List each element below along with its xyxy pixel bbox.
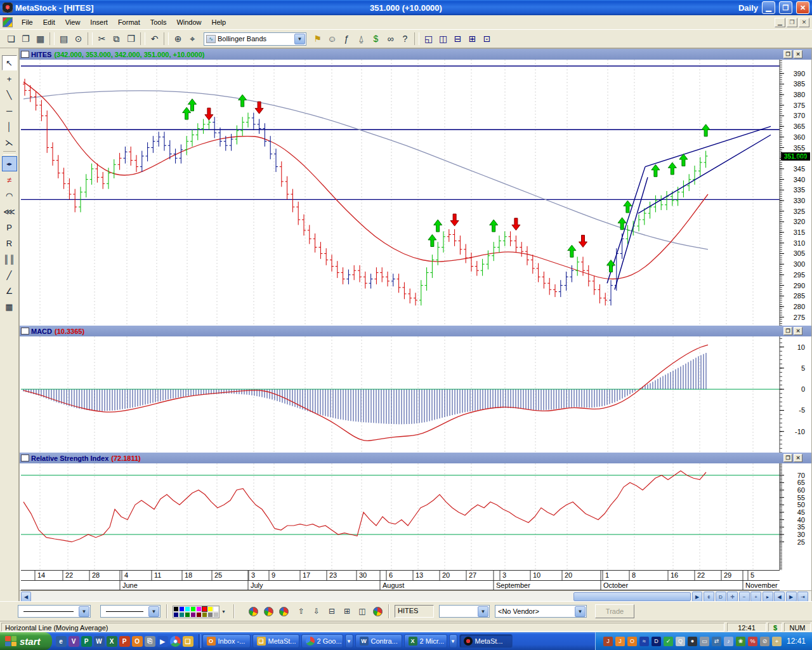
fibonacci-retracement-tool[interactable]: R xyxy=(2,235,17,251)
tray-meter-icon[interactable]: % xyxy=(748,637,757,646)
arrange-button[interactable]: ⊡ xyxy=(480,32,494,46)
refresh-button[interactable]: ¢ xyxy=(704,592,714,602)
zoom-out-button[interactable]: − xyxy=(739,592,750,602)
tile-grid-button[interactable]: ⊞ xyxy=(465,32,480,46)
interval-combo[interactable]: ▼ xyxy=(439,605,490,618)
tray-display-icon[interactable]: ▭ xyxy=(700,637,709,646)
task-group-arrow[interactable]: ▼ xyxy=(449,634,457,648)
publisher-quicklaunch-icon[interactable]: P xyxy=(81,636,92,647)
tray-blocked-icon[interactable]: ⊘ xyxy=(760,637,769,646)
explorer-button[interactable]: ⍙ xyxy=(354,32,369,46)
tray-outlook-icon[interactable]: O xyxy=(627,637,637,646)
start-button[interactable]: start xyxy=(0,632,52,650)
color-swatch-0[interactable] xyxy=(173,606,179,612)
semilog-trendline-tool[interactable]: ⋋ xyxy=(2,135,17,150)
tray-audio-icon[interactable]: ♪ xyxy=(724,637,733,646)
color-palette[interactable]: ▼ xyxy=(173,604,230,619)
color-swatch-7[interactable] xyxy=(213,606,219,612)
color-swatch-5[interactable] xyxy=(202,606,207,612)
rsi-pane-canvas[interactable]: 70656055504540353025 xyxy=(20,463,811,570)
cascade-windows-button[interactable]: ◱ xyxy=(421,32,436,46)
menu-file[interactable]: File xyxy=(16,17,38,28)
restore-button[interactable]: ❐ xyxy=(779,1,792,14)
symbol-field[interactable]: HITES xyxy=(395,605,434,618)
scroll-left-button[interactable]: ◀ xyxy=(21,592,31,602)
trade-button[interactable]: Trade xyxy=(595,604,634,618)
pane-restore-button[interactable]: ❐ xyxy=(783,50,792,58)
zoom-in-button[interactable]: + xyxy=(750,592,761,602)
vendor-combo[interactable]: <No Vendor> ▼ xyxy=(495,605,587,618)
price-pane-canvas[interactable]: 3903853803753703653603553503453403353303… xyxy=(20,60,811,326)
fibonacci-fan-tool[interactable]: ⋘ xyxy=(2,204,17,219)
trendline-by-angle-tool[interactable]: ╱ xyxy=(2,267,17,282)
task-google[interactable]: 2 Goo... xyxy=(301,634,343,648)
print-preview-button[interactable]: ⊙ xyxy=(71,32,86,46)
price-pane-title-bar[interactable]: HITES (342.000, 353.000, 342.000, 351.00… xyxy=(20,49,811,60)
close-button[interactable]: ✕ xyxy=(796,1,809,14)
tray-dcp-icon[interactable]: D xyxy=(652,637,661,646)
gann-fan-tool[interactable]: ∠ xyxy=(2,283,17,298)
menu-help[interactable]: Help xyxy=(207,17,232,28)
macd-pane-canvas[interactable]: 1050-5-10 xyxy=(20,336,811,453)
line-weight-combo[interactable]: ▼ xyxy=(100,605,160,618)
chart-horizontal-scrollbar[interactable]: ◀ ▶ ¢D✛−+▸◀▶⇥ xyxy=(20,590,811,602)
prev-chart-button[interactable]: ◀ xyxy=(774,592,785,602)
vertical-line-tool[interactable]: │ xyxy=(2,119,17,134)
open-button[interactable]: ❐ xyxy=(18,32,33,46)
printer-quicklaunch-icon[interactable]: ⎘ xyxy=(145,636,155,647)
fibonacci-timezones-tool[interactable]: ║║ xyxy=(2,251,17,267)
expert-advisor-button[interactable]: ☺ xyxy=(325,32,339,46)
end-button[interactable]: ⇥ xyxy=(797,592,808,602)
help-button[interactable]: ? xyxy=(398,32,412,46)
tile-vertical-button[interactable]: ◫ xyxy=(436,32,450,46)
indicator-builder-button[interactable]: ƒ xyxy=(339,32,354,46)
cut-button[interactable]: ✂ xyxy=(95,32,109,46)
color-swatch-8[interactable] xyxy=(173,612,179,618)
tray-network-icon[interactable]: ⇄ xyxy=(712,637,721,646)
menu-tools[interactable]: Tools xyxy=(145,17,172,28)
color-swatch-11[interactable] xyxy=(190,612,196,618)
layout-grid-button[interactable]: ⊞ xyxy=(340,604,354,618)
find-button[interactable]: ∞ xyxy=(383,32,398,46)
menu-insert[interactable]: Insert xyxy=(85,17,113,28)
color-swatch-10[interactable] xyxy=(185,612,190,618)
ole-object-4-button[interactable] xyxy=(370,604,384,618)
ole-object-2-button[interactable] xyxy=(261,604,275,618)
color-swatch-1[interactable] xyxy=(179,606,185,612)
layout-horizontal-button[interactable]: ⊟ xyxy=(325,604,339,618)
zoom-button[interactable]: ⌖ xyxy=(185,32,200,46)
menu-view[interactable]: View xyxy=(60,17,86,28)
palette-arrow-icon[interactable]: ▼ xyxy=(221,609,226,614)
scroll-right-button[interactable]: ▶ xyxy=(692,592,702,602)
task-metastock[interactable]: MetaSt... xyxy=(459,634,513,648)
ole-object-1-button[interactable] xyxy=(246,604,260,618)
color-swatch-13[interactable] xyxy=(202,612,207,618)
next-chart-button[interactable]: ▶ xyxy=(786,592,797,602)
pane-window-icon[interactable] xyxy=(21,328,29,335)
tray-java-icon[interactable]: J xyxy=(603,637,613,646)
gann-grid-tool[interactable]: ▦ xyxy=(2,299,17,314)
tray-java2-icon[interactable]: J xyxy=(615,637,625,646)
pane-close-button[interactable]: ✕ xyxy=(794,454,802,462)
periodicity-daily-button[interactable]: D xyxy=(716,592,726,602)
chart-up-arrow-button[interactable]: ⇧ xyxy=(294,604,308,618)
tray-shield-icon[interactable]: ✓ xyxy=(664,637,673,646)
save-button[interactable]: ▦ xyxy=(33,32,48,46)
combo-arrow-icon[interactable]: ▼ xyxy=(79,606,89,617)
mdi-restore-button[interactable]: ❐ xyxy=(787,18,797,27)
color-swatch-3[interactable] xyxy=(190,606,196,612)
menu-window[interactable]: Window xyxy=(171,17,206,28)
ole-object-3-button[interactable] xyxy=(277,604,291,618)
chart-window-icon[interactable] xyxy=(3,17,13,27)
scroll-tool[interactable]: ◂▸ xyxy=(2,156,17,171)
fibonacci-projection-tool[interactable]: P xyxy=(2,220,17,235)
chart-window[interactable]: HITES (342.000, 353.000, 342.000, 351.00… xyxy=(19,48,812,601)
ie-quicklaunch-icon[interactable]: e xyxy=(56,636,67,647)
new-chart-button[interactable]: ❏ xyxy=(4,32,18,46)
tile-horizontal-button[interactable]: ⊟ xyxy=(450,32,465,46)
pane-restore-button[interactable]: ❐ xyxy=(783,327,792,335)
combo-arrow-icon[interactable]: ▼ xyxy=(478,606,488,617)
color-swatch-12[interactable] xyxy=(196,612,202,618)
task-contra[interactable]: WContra... xyxy=(355,634,402,648)
color-swatch-14[interactable] xyxy=(207,612,213,618)
